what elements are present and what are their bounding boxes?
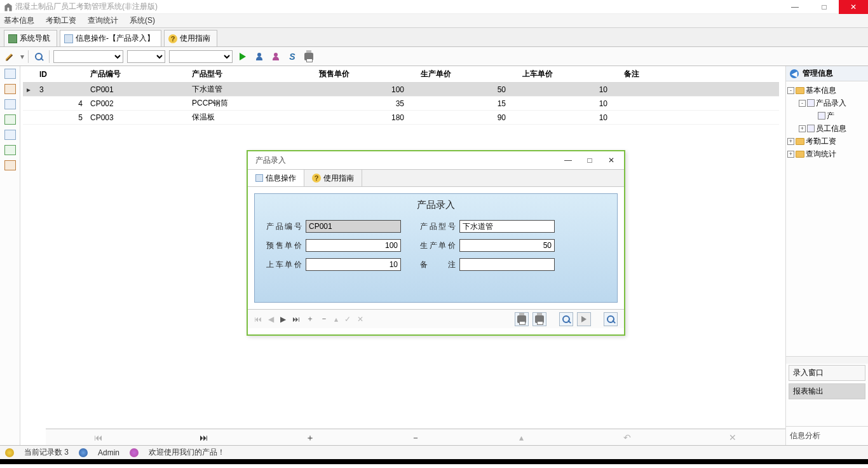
menu-basic-info[interactable]: 基本信息: [4, 15, 34, 26]
tab-help-guide[interactable]: ? 使用指南: [164, 30, 217, 46]
leftnav-item-6[interactable]: [4, 145, 16, 155]
row-selector-icon: ▸: [23, 83, 36, 97]
nav-undo-button[interactable]: ↶: [574, 429, 679, 445]
dlg-nav-cancel[interactable]: ✕: [357, 315, 363, 324]
dlg-nav-remove[interactable]: －: [320, 313, 328, 324]
pencil-icon: [6, 52, 15, 61]
left-tool-column: [0, 66, 20, 445]
tree-node-attendance[interactable]: 考勤工资: [806, 135, 836, 148]
col-model[interactable]: 产品型号: [188, 66, 315, 83]
run-filter-button[interactable]: [236, 50, 249, 63]
print-button[interactable]: [302, 50, 315, 63]
expand-icon[interactable]: +: [787, 151, 794, 158]
col-load[interactable]: 上车单价: [519, 66, 620, 83]
col-remark[interactable]: 备注: [620, 66, 779, 83]
dlg-nav-add[interactable]: ＋: [306, 313, 314, 324]
dlg-print-button[interactable]: [515, 312, 529, 326]
input-load-price[interactable]: [306, 258, 401, 271]
expand-icon[interactable]: -: [787, 87, 794, 94]
table-row[interactable]: 5 CP003 保温板 180 90 10: [23, 111, 779, 125]
leftnav-item-3[interactable]: [4, 99, 16, 109]
input-presale-price[interactable]: [306, 239, 401, 252]
input-product-code[interactable]: [306, 220, 401, 233]
dlg-nav-first[interactable]: ⏮: [254, 315, 262, 324]
nav-cancel-button[interactable]: ✕: [680, 429, 785, 445]
col-id[interactable]: ID: [36, 66, 86, 83]
filter-value-select[interactable]: [169, 50, 233, 63]
window-minimize-button[interactable]: —: [780, 0, 810, 14]
find-button[interactable]: [32, 50, 45, 63]
find-group-button[interactable]: [269, 50, 282, 63]
window-close-button[interactable]: ✕: [839, 0, 868, 14]
tree-node-employee-info[interactable]: 员工信息: [816, 122, 846, 135]
menu-system[interactable]: 系统(S): [130, 15, 155, 26]
dlg-preview-button[interactable]: [559, 312, 573, 326]
edit-button[interactable]: [4, 50, 17, 63]
leftnav-item-1[interactable]: [4, 69, 16, 79]
input-remark[interactable]: [459, 258, 555, 271]
dialog-maximize-button[interactable]: □: [581, 156, 599, 165]
doc-icon: [818, 112, 825, 120]
nav-last-button[interactable]: ⏭: [151, 429, 257, 445]
dlg-nav-post[interactable]: ✓: [344, 315, 351, 324]
dlg-nav-up[interactable]: ▴: [334, 315, 338, 324]
dlg-play-button[interactable]: [577, 312, 591, 326]
menu-attendance-salary[interactable]: 考勤工资: [46, 15, 76, 26]
table-row[interactable]: ▸ 3 CP001 下水道管 100 50 10: [23, 83, 779, 97]
status-welcome-icon: [130, 448, 139, 457]
col-produce[interactable]: 生产单价: [417, 66, 519, 83]
leftnav-item-4[interactable]: [4, 114, 16, 125]
right-panel: ◀ 管理信息 -基本信息 -产品录入 产 +员工信息 +考勤工资 +查询统计 录…: [785, 66, 868, 445]
folder-icon: [796, 87, 804, 94]
report-output-button[interactable]: 报表输出: [789, 383, 865, 399]
management-tree[interactable]: -基本信息 -产品录入 产 +员工信息 +考勤工资 +查询统计: [786, 81, 868, 356]
table-row[interactable]: 4 CP002 PCCP钢筒 35 15 10: [23, 97, 779, 111]
dialog-close-button[interactable]: ✕: [602, 156, 620, 165]
grid-icon: [255, 174, 263, 182]
input-product-model[interactable]: [459, 220, 555, 233]
expand-icon[interactable]: -: [799, 100, 806, 107]
menu-query-stats[interactable]: 查询统计: [88, 15, 118, 26]
nav-add-button[interactable]: ＋: [257, 429, 363, 445]
tree-node-product-sub[interactable]: 产: [827, 109, 834, 122]
col-presale[interactable]: 预售单价: [315, 66, 417, 83]
expand-icon[interactable]: +: [787, 138, 794, 145]
status-count-label: 当前记录数: [24, 448, 62, 457]
leftnav-item-5[interactable]: [4, 130, 16, 140]
find-person-button[interactable]: [253, 50, 266, 63]
right-panel-title: 管理信息: [803, 68, 833, 79]
grid-navigator: ⏮ ⏭ ＋ － ▴ ↶ ✕: [46, 429, 785, 445]
tree-node-product-entry[interactable]: 产品录入: [816, 97, 846, 109]
dlg-zoom-button[interactable]: [604, 312, 618, 326]
dlg-nav-prev[interactable]: ◀: [268, 315, 274, 324]
nav-up-button[interactable]: ▴: [468, 429, 574, 445]
dialog-minimize-button[interactable]: —: [559, 156, 577, 165]
leftnav-item-7[interactable]: [4, 160, 16, 170]
dialog-title: 产品录入: [255, 155, 286, 166]
dlg-nav-next[interactable]: ▶: [280, 315, 286, 324]
filter-field-select[interactable]: [53, 50, 123, 63]
expand-icon[interactable]: +: [799, 125, 806, 132]
dlg-nav-last[interactable]: ⏭: [292, 315, 300, 324]
tree-node-query[interactable]: 查询统计: [806, 148, 836, 160]
nav-first-button[interactable]: ⏮: [46, 429, 151, 445]
form-title: 产品录入: [266, 199, 606, 211]
dlg-print-cancel-button[interactable]: [532, 312, 546, 326]
dialog-tab-info[interactable]: 信息操作: [248, 170, 304, 186]
status-welcome: 欢迎使用我们的产品！: [149, 447, 225, 458]
leftnav-item-2[interactable]: [4, 84, 16, 94]
product-table[interactable]: ID 产品编号 产品型号 预售单价 生产单价 上车单价 备注 ▸ 3 CP001…: [23, 66, 779, 125]
tab-product-entry[interactable]: 信息操作-【产品录入】: [60, 30, 161, 46]
input-produce-price[interactable]: [459, 239, 555, 252]
nav-remove-button[interactable]: －: [363, 429, 468, 445]
menubar: 基本信息 考勤工资 查询统计 系统(S): [0, 14, 868, 28]
dialog-titlebar[interactable]: 产品录入 — □ ✕: [248, 151, 624, 169]
tab-system-nav[interactable]: 系统导航: [4, 30, 57, 46]
col-code[interactable]: 产品编号: [86, 66, 188, 83]
window-maximize-button[interactable]: □: [810, 0, 839, 14]
tree-node-basic[interactable]: 基本信息: [806, 84, 836, 97]
s-tool-button[interactable]: S: [286, 50, 299, 63]
entry-window-button[interactable]: 录入窗口: [789, 365, 865, 381]
filter-op-select[interactable]: [127, 50, 165, 63]
dialog-tab-help[interactable]: ? 使用指南: [304, 170, 362, 186]
